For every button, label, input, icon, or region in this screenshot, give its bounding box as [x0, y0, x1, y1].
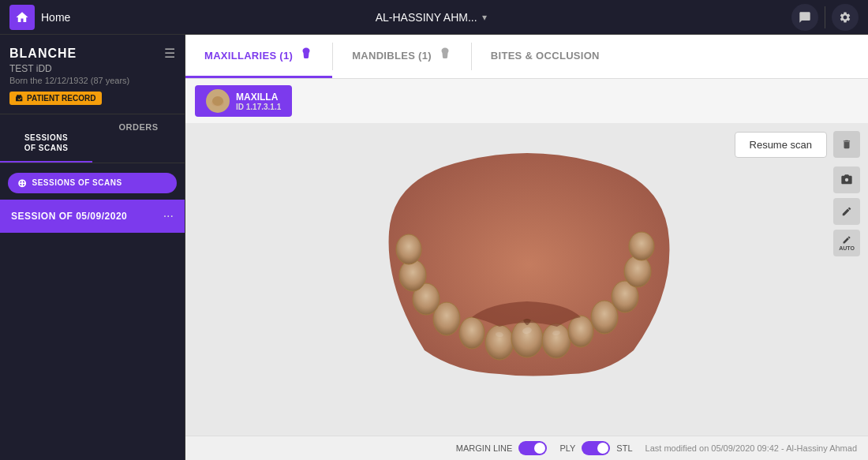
patient-header: BLANCHE ☰ — [9, 46, 175, 61]
sub-tabs: MAXILLA ID 1.17.3.1.1 — [185, 79, 868, 123]
svg-point-13 — [624, 256, 651, 287]
camera-tool-button[interactable] — [833, 166, 860, 193]
menu-icon[interactable]: ☰ — [164, 46, 175, 61]
patient-last-name: BLANCHE — [9, 47, 77, 61]
right-tools: AUTO — [833, 166, 860, 256]
add-sessions-button[interactable]: ⊕ SESSIONS OF SCANS — [8, 173, 177, 193]
ply-stl-switch[interactable] — [582, 441, 610, 455]
pencil-tool-button[interactable] — [833, 198, 860, 225]
chevron-down-icon[interactable]: ▾ — [482, 12, 487, 23]
scan-footer: MARGIN LINE PLY STL L — [185, 436, 868, 460]
ply-stl-toggle: PLY STL — [559, 441, 632, 455]
patient-header-center: AL-HASSINY AHM... ▾ — [376, 11, 487, 24]
session-date: SESSION OF 05/09/2020 — [11, 211, 127, 222]
tab-maxillaries-label: MAXILLARIES (1) — [204, 50, 293, 62]
svg-point-8 — [399, 260, 426, 291]
main-tabs-bar: MAXILLARIES (1) MANDIBLES (1) — [185, 35, 868, 79]
home-icon[interactable] — [9, 5, 35, 30]
tab-bites-occlusion[interactable]: BITES & OCCLUSION — [472, 35, 619, 78]
svg-point-10 — [568, 316, 593, 347]
tooth-icon-mandibles — [438, 47, 452, 64]
tab-sessions-of-scans[interactable]: SESSIONS OF SCANS — [0, 114, 92, 163]
sub-tab-info: MAXILLA ID 1.17.3.1.1 — [236, 92, 281, 111]
sub-tab-maxilla[interactable]: MAXILLA ID 1.17.3.1.1 — [195, 85, 292, 117]
separator — [825, 6, 825, 28]
ply-label: PLY — [559, 443, 575, 453]
main-layout: BLANCHE ☰ TEST iDD Born the 12/12/1932 (… — [0, 35, 868, 460]
plus-icon: ⊕ — [17, 177, 28, 189]
chat-button[interactable] — [791, 4, 818, 31]
tab-mandibles-label: MANDIBLES (1) — [352, 50, 432, 62]
patient-record-button[interactable]: PATIENT RECORD — [9, 92, 102, 105]
margin-line-switch[interactable] — [518, 441, 547, 455]
sub-tab-name: MAXILLA — [236, 92, 281, 103]
patient-info: BLANCHE ☰ TEST iDD Born the 12/12/1932 (… — [0, 35, 185, 114]
add-sessions-label: SESSIONS OF SCANS — [32, 178, 122, 187]
scan-canvas: Resume scan — [185, 123, 868, 436]
home-label[interactable]: Home — [41, 11, 70, 24]
tab-bites-label: BITES & OCCLUSION — [491, 50, 600, 62]
tooth-icon-maxillaries — [299, 47, 313, 64]
sidebar-nav: SESSIONS OF SCANS ORDERS — [0, 114, 185, 163]
margin-line-label: MARGIN LINE — [456, 443, 513, 453]
resume-scan-button[interactable]: Resume scan — [735, 132, 827, 158]
top-bar-right — [791, 4, 859, 31]
auto-label: AUTO — [839, 245, 855, 251]
sub-tab-id: ID 1.17.3.1.1 — [236, 103, 281, 111]
patient-record-label: PATIENT RECORD — [27, 94, 95, 103]
top-bar-left: Home — [9, 5, 70, 30]
top-bar: Home AL-HASSINY AHM... ▾ — [0, 0, 868, 35]
svg-point-9 — [396, 234, 421, 264]
tooth-model — [361, 129, 693, 398]
stl-label: STL — [616, 443, 632, 453]
scan-view: MAXILLA ID 1.17.3.1.1 Resume scan — [185, 79, 868, 460]
tab-maxillaries[interactable]: MAXILLARIES (1) — [185, 35, 332, 78]
svg-point-4 — [542, 323, 571, 358]
delete-button[interactable] — [833, 131, 860, 158]
tab-orders[interactable]: ORDERS — [92, 114, 185, 163]
content-area: MAXILLARIES (1) MANDIBLES (1) — [185, 35, 868, 460]
auto-pencil-tool-button[interactable]: AUTO — [833, 230, 860, 256]
settings-button[interactable] — [832, 4, 859, 31]
session-item[interactable]: SESSION OF 05/09/2020 ··· — [0, 200, 185, 233]
sidebar: BLANCHE ☰ TEST iDD Born the 12/12/1932 (… — [0, 35, 185, 460]
session-more-icon[interactable]: ··· — [163, 209, 174, 223]
svg-point-1 — [212, 96, 223, 106]
margin-line-toggle: MARGIN LINE — [456, 441, 548, 455]
svg-point-5 — [459, 317, 485, 349]
patient-dob: Born the 12/12/1932 (87 years) — [9, 76, 175, 85]
patient-full-name: TEST iDD — [9, 63, 175, 74]
scan-actions: Resume scan — [735, 131, 860, 158]
last-modified: Last modified on 05/09/2020 09:42 - Al-H… — [645, 443, 857, 453]
svg-point-2 — [485, 325, 514, 360]
patient-name: AL-HASSINY AHM... — [376, 11, 477, 24]
svg-point-14 — [629, 232, 654, 260]
maxilla-avatar — [206, 89, 230, 113]
tab-mandibles[interactable]: MANDIBLES (1) — [333, 35, 471, 78]
svg-point-3 — [511, 320, 543, 357]
